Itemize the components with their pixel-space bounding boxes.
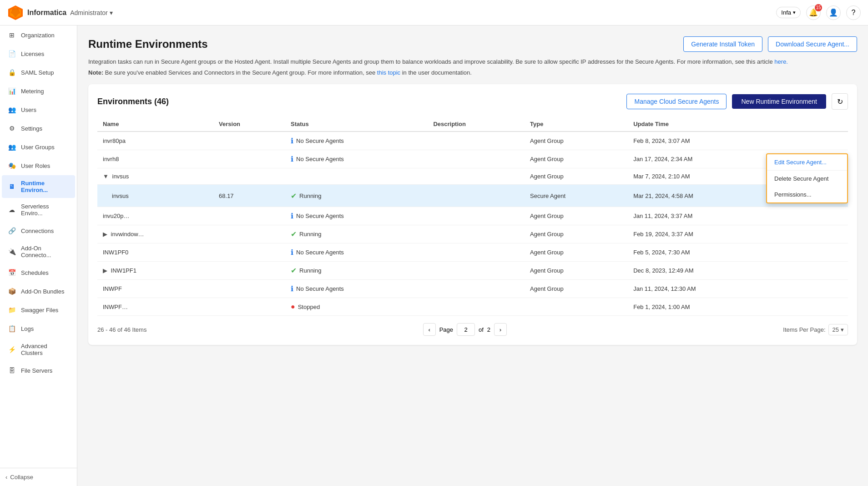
table-row[interactable]: ▶ INW1PF1 ✔ Running Agent Group Dec 8, 2… bbox=[97, 262, 848, 280]
context-menu-edit[interactable]: Edit Secure Agent... bbox=[767, 154, 847, 171]
cell-version bbox=[213, 207, 285, 225]
table-row[interactable]: ▶ invwindow… ✔ Running Agent Group Feb 1… bbox=[97, 225, 848, 243]
status-text: No Secure Agents bbox=[296, 156, 344, 162]
sidebar-item-runtime-environ[interactable]: 🖥 Runtime Environ... bbox=[2, 175, 75, 198]
notification-button[interactable]: 🔔 15 bbox=[806, 5, 821, 20]
sidebar-item-logs[interactable]: 📋 Logs bbox=[2, 319, 75, 338]
cell-version bbox=[213, 243, 285, 262]
cell-type: Agent Group bbox=[525, 280, 628, 298]
sidebar-item-metering[interactable]: 📊 Metering bbox=[2, 82, 75, 100]
cell-status: ℹ No Secure Agents bbox=[285, 243, 428, 262]
sidebar-item-add-on-bundles[interactable]: 📦 Add-On Bundles bbox=[2, 282, 75, 300]
prev-icon: ‹ bbox=[428, 326, 430, 333]
prev-page-button[interactable]: ‹ bbox=[423, 323, 436, 336]
context-menu-delete[interactable]: Delete Secure Agent bbox=[767, 171, 847, 187]
cell-description bbox=[428, 280, 525, 298]
sidebar-label-file-servers: File Servers bbox=[21, 367, 52, 374]
sidebar-item-file-servers[interactable]: 🗄 File Servers bbox=[2, 361, 75, 380]
total-pages: 2 bbox=[487, 326, 490, 333]
table-row[interactable]: invr80pa ℹ No Secure Agents Agent Group … bbox=[97, 132, 848, 150]
cell-name: invu20p… bbox=[97, 207, 213, 225]
cell-name: INWPF bbox=[97, 280, 213, 298]
notification-badge: 15 bbox=[815, 4, 822, 11]
cell-actions bbox=[791, 207, 848, 225]
sidebar-item-schedules[interactable]: 📅 Schedules bbox=[2, 263, 75, 282]
context-menu: Edit Secure Agent... Delete Secure Agent… bbox=[766, 153, 848, 203]
running-status-icon: ✔ bbox=[291, 266, 297, 275]
table-row[interactable]: invsus 68.17 ✔ Running Secure Agent Mar … bbox=[97, 185, 848, 207]
sidebar-item-settings[interactable]: ⚙ Settings bbox=[2, 119, 75, 137]
cell-status: ● Stopped bbox=[285, 298, 428, 316]
cell-version bbox=[213, 280, 285, 298]
status-text: Running bbox=[299, 267, 321, 274]
user-pill[interactable]: Infa ▾ bbox=[776, 7, 801, 18]
sidebar-label-user-roles: User Roles bbox=[21, 162, 50, 169]
sidebar-label-saml-setup: SAML Setup bbox=[21, 69, 54, 76]
sidebar-item-organization[interactable]: ⊞ Organization bbox=[2, 26, 75, 44]
table-row[interactable]: INW1PF0 ℹ No Secure Agents Agent Group F… bbox=[97, 243, 848, 262]
admin-label[interactable]: Administrator ▾ bbox=[70, 9, 112, 16]
sidebar-item-connections[interactable]: 🔗 Connections bbox=[2, 222, 75, 240]
sidebar-icon-schedules: 📅 bbox=[7, 268, 16, 277]
informatica-logo bbox=[7, 5, 24, 21]
table-row[interactable]: INWPF ℹ No Secure Agents Agent Group Jan… bbox=[97, 280, 848, 298]
generate-token-button[interactable]: Generate Install Token bbox=[683, 36, 762, 52]
page-title: Runtime Environments bbox=[88, 38, 208, 51]
refresh-button[interactable]: ↻ bbox=[832, 93, 848, 110]
manage-cloud-agents-button[interactable]: Manage Cloud Secure Agents bbox=[626, 94, 727, 109]
user-profile-button[interactable]: 👤 bbox=[826, 5, 841, 20]
collapse-label: Collapse bbox=[10, 474, 33, 481]
page-number-input[interactable] bbox=[457, 323, 475, 336]
table-row[interactable]: ▼ invsus Agent Group Mar 7, 2024, 2:10 A… bbox=[97, 168, 848, 185]
new-runtime-environment-button[interactable]: New Runtime Environment bbox=[732, 94, 826, 109]
sidebar: ⊞ Organization 📄 Licenses 🔒 SAML Setup 📊… bbox=[0, 25, 77, 486]
table-row[interactable]: invrh8 ℹ No Secure Agents Agent Group Ja… bbox=[97, 150, 848, 168]
download-agent-button[interactable]: Download Secure Agent... bbox=[768, 36, 857, 52]
cell-name: ▶ INW1PF1 bbox=[97, 262, 213, 280]
sidebar-item-users[interactable]: 👥 Users bbox=[2, 101, 75, 119]
expand-icon[interactable]: ▶ bbox=[103, 267, 107, 274]
expand-icon[interactable]: ▼ bbox=[103, 173, 109, 180]
sidebar-item-licenses[interactable]: 📄 Licenses bbox=[2, 45, 75, 63]
cell-description bbox=[428, 298, 525, 316]
info-link[interactable]: here. bbox=[774, 58, 788, 65]
next-page-button[interactable]: › bbox=[494, 323, 507, 336]
table-row[interactable]: INWPF… ● Stopped Feb 1, 2024, 1:00 AM bbox=[97, 298, 848, 316]
cell-type: Secure Agent bbox=[525, 185, 628, 207]
logo-text: Informatica bbox=[27, 9, 66, 17]
cell-description bbox=[428, 185, 525, 207]
sidebar-item-user-roles[interactable]: 🎭 User Roles bbox=[2, 157, 75, 175]
items-per-page-dropdown[interactable]: 25 ▾ bbox=[828, 324, 848, 335]
sidebar-item-serverless-enviro[interactable]: ☁ Serverless Enviro... bbox=[2, 198, 75, 221]
cell-name: INWPF… bbox=[97, 298, 213, 316]
note-text: Note: Be sure you've enabled Services an… bbox=[88, 68, 857, 77]
sidebar-label-metering: Metering bbox=[21, 88, 44, 95]
sidebar-item-add-on-connecto[interactable]: 🔌 Add-On Connecto... bbox=[2, 240, 75, 263]
sidebar-item-user-groups[interactable]: 👥 User Groups bbox=[2, 138, 75, 156]
cell-update-time: Feb 1, 2024, 1:00 AM bbox=[628, 298, 791, 316]
help-button[interactable]: ? bbox=[846, 5, 861, 20]
sidebar-item-saml-setup[interactable]: 🔒 SAML Setup bbox=[2, 63, 75, 81]
cell-description bbox=[428, 225, 525, 243]
admin-chevron-icon: ▾ bbox=[110, 9, 113, 16]
col-description: Description bbox=[428, 117, 525, 132]
cell-description bbox=[428, 243, 525, 262]
sidebar-item-advanced-clusters[interactable]: ⚡ Advanced Clusters bbox=[2, 338, 75, 361]
note-link[interactable]: this topic bbox=[377, 69, 400, 76]
context-menu-permissions[interactable]: Permissions... bbox=[767, 187, 847, 202]
cell-version bbox=[213, 225, 285, 243]
header-buttons: Generate Install Token Download Secure A… bbox=[683, 36, 857, 52]
cell-version bbox=[213, 262, 285, 280]
col-actions bbox=[791, 117, 848, 132]
sidebar-icon-metering: 📊 bbox=[7, 86, 16, 96]
table-row[interactable]: invu20p… ℹ No Secure Agents Agent Group … bbox=[97, 207, 848, 225]
running-status-icon: ✔ bbox=[291, 230, 297, 238]
sidebar-item-swagger-files[interactable]: 📁 Swagger Files bbox=[2, 301, 75, 319]
pagination-info: 26 - 46 of 46 Items bbox=[97, 326, 146, 333]
cell-name: invsus bbox=[97, 185, 213, 207]
cell-status: ✔ Running bbox=[285, 262, 428, 280]
expand-icon[interactable]: ▶ bbox=[103, 231, 107, 238]
cell-version bbox=[213, 298, 285, 316]
collapse-button[interactable]: ‹ Collapse bbox=[5, 474, 71, 481]
environments-table: Name Version Status Description Type Upd… bbox=[97, 117, 848, 316]
